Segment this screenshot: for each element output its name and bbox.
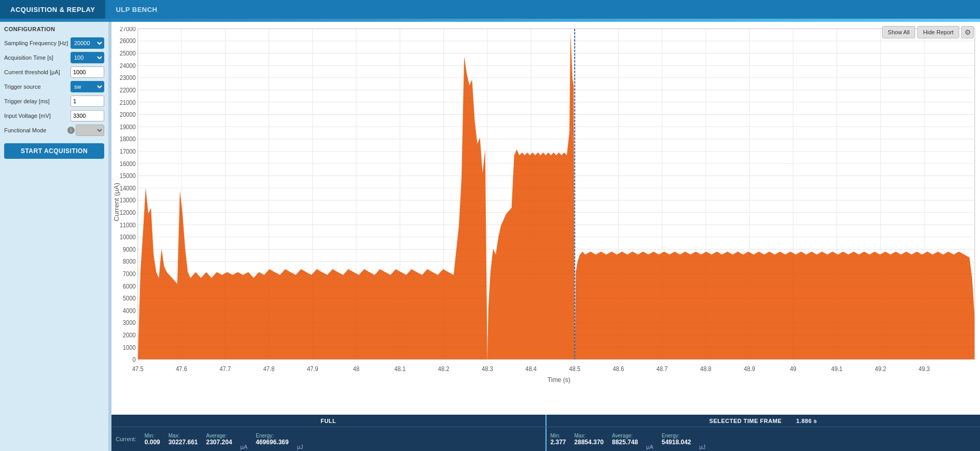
full-energy-cell: Energy: 469696.369 (256, 433, 288, 446)
svg-text:0: 0 (132, 356, 136, 363)
svg-marker-101 (575, 252, 975, 360)
sel-avg-cell: Average: 8825.748 (612, 433, 638, 446)
svg-text:47.5: 47.5 (132, 365, 144, 373)
trigger-delay-label: Trigger delay [ms] (4, 98, 71, 104)
svg-text:47.6: 47.6 (176, 365, 187, 373)
svg-text:3000: 3000 (123, 319, 136, 326)
svg-text:49.2: 49.2 (875, 365, 886, 373)
right-panel: Show All Hide Report ⚙ (111, 22, 980, 451)
functional-mode-row: Functional Mode i (4, 125, 104, 136)
svg-text:11000: 11000 (120, 221, 136, 228)
svg-text:48.9: 48.9 (744, 365, 755, 373)
functional-mode-label: Functional Mode (4, 127, 66, 133)
functional-mode-info-icon[interactable]: i (67, 127, 75, 134)
acquisition-time-label: Acquisition Time [s] (4, 54, 71, 61)
svg-text:16000: 16000 (120, 160, 136, 167)
svg-text:Current (µA): Current (µA) (113, 183, 120, 221)
svg-text:9000: 9000 (123, 245, 136, 253)
trigger-source-row: Trigger source sw (4, 81, 104, 92)
svg-text:24000: 24000 (120, 62, 136, 69)
acquisition-time-select[interactable]: 100 (71, 52, 104, 63)
svg-text:Time (s): Time (s) (548, 375, 570, 384)
svg-text:48.3: 48.3 (482, 365, 493, 373)
sampling-frequency-label: Sampling Frequency [Hz] (4, 40, 71, 46)
svg-text:8000: 8000 (123, 258, 136, 265)
tab-ulp-bench[interactable]: ULP BENCH (105, 0, 167, 19)
input-voltage-row: Input Voltage [mV] (4, 110, 104, 121)
svg-text:2000: 2000 (123, 332, 136, 339)
svg-text:20000: 20000 (120, 111, 136, 118)
full-section-label: FULL (111, 415, 545, 427)
svg-text:4000: 4000 (123, 307, 136, 314)
input-voltage-input[interactable] (71, 110, 104, 121)
full-stats-group: Current: Min: 0.009 Max: 30227.661 (111, 427, 545, 451)
show-all-button[interactable]: Show All (882, 26, 915, 38)
sampling-frequency-select[interactable]: 20000 (71, 37, 104, 49)
stats-header: FULL SELECTED TIME FRAME 1.886 s (111, 415, 980, 427)
main-layout: CONFIGURATION Sampling Frequency [Hz] 20… (0, 22, 980, 451)
chart-area[interactable]: 0 1000 2000 3000 4000 5000 6000 7000 800… (111, 22, 980, 415)
svg-text:47.9: 47.9 (307, 365, 318, 373)
svg-text:5000: 5000 (123, 295, 136, 302)
svg-text:22000: 22000 (120, 86, 136, 93)
sel-max-cell: Max: 28854.370 (575, 433, 604, 446)
tab-bar: ACQUISITION & REPLAY ULP BENCH (0, 0, 980, 19)
svg-text:49.3: 49.3 (919, 365, 930, 373)
svg-text:19000: 19000 (120, 123, 136, 130)
svg-text:6000: 6000 (123, 282, 136, 290)
svg-text:48: 48 (353, 365, 360, 373)
trigger-delay-row: Trigger delay [ms] (4, 95, 104, 107)
svg-text:49: 49 (790, 365, 796, 373)
svg-text:15000: 15000 (120, 172, 136, 180)
trigger-source-select[interactable]: sw (71, 81, 104, 92)
svg-text:21000: 21000 (120, 99, 136, 106)
svg-text:48.6: 48.6 (613, 365, 624, 373)
full-min-cell: Min: 0.009 (145, 433, 160, 446)
stats-bar: FULL SELECTED TIME FRAME 1.886 s Current… (111, 415, 980, 451)
svg-text:48.4: 48.4 (525, 365, 537, 373)
start-acquisition-button[interactable]: START ACQUISITION (4, 143, 104, 159)
hide-report-button[interactable]: Hide Report (917, 26, 959, 38)
svg-text:48.5: 48.5 (569, 365, 580, 373)
sampling-frequency-row: Sampling Frequency [Hz] 20000 (4, 37, 104, 49)
trigger-delay-input[interactable] (71, 95, 104, 107)
functional-mode-select[interactable] (76, 125, 104, 136)
full-max-cell: Max: 30227.661 (169, 433, 198, 446)
acquisition-time-row: Acquisition Time [s] 100 (4, 52, 104, 63)
current-threshold-label: Current threshold [µA] (4, 69, 71, 75)
config-title: CONFIGURATION (4, 26, 104, 32)
tab-acquisition[interactable]: ACQUISITION & REPLAY (0, 0, 105, 19)
svg-text:14000: 14000 (120, 184, 136, 192)
svg-text:12000: 12000 (120, 209, 136, 216)
svg-text:48.7: 48.7 (656, 365, 668, 373)
left-panel: CONFIGURATION Sampling Frequency [Hz] 20… (0, 22, 109, 451)
svg-text:25000: 25000 (120, 50, 136, 57)
svg-text:48.2: 48.2 (438, 365, 450, 373)
svg-text:1000: 1000 (123, 344, 136, 351)
svg-text:23000: 23000 (120, 74, 136, 81)
svg-text:26000: 26000 (120, 37, 136, 45)
gear-icon[interactable]: ⚙ (961, 26, 974, 38)
full-avg-cell: Average: 2307.204 (206, 433, 232, 446)
current-threshold-row: Current threshold [µA] (4, 66, 104, 78)
chart-svg: 0 1000 2000 3000 4000 5000 6000 7000 800… (111, 27, 980, 389)
svg-text:48.8: 48.8 (700, 365, 711, 373)
svg-text:47.8: 47.8 (263, 365, 275, 373)
svg-text:47.7: 47.7 (219, 365, 231, 373)
sel-min-cell: Min: 2.377 (551, 433, 566, 446)
svg-text:48.1: 48.1 (394, 365, 405, 373)
selected-section-label: SELECTED TIME FRAME 1.886 s (547, 415, 981, 427)
full-current-label-cell: Current: (116, 436, 136, 442)
svg-text:49.1: 49.1 (831, 365, 843, 373)
sel-energy-cell: Energy: 54918.042 (662, 433, 691, 446)
svg-text:10000: 10000 (120, 234, 136, 241)
svg-text:17000: 17000 (120, 147, 136, 155)
selected-stats-group: Min: 2.377 Max: 28854.370 Average: (547, 427, 981, 451)
svg-text:7000: 7000 (123, 270, 136, 277)
trigger-source-label: Trigger source (4, 84, 71, 90)
chart-toolbar: Show All Hide Report ⚙ (882, 26, 974, 38)
svg-text:13000: 13000 (120, 197, 136, 204)
current-threshold-input[interactable] (71, 66, 104, 78)
stats-body: Current: Min: 0.009 Max: 30227.661 (111, 427, 980, 451)
svg-text:27000: 27000 (120, 27, 136, 32)
